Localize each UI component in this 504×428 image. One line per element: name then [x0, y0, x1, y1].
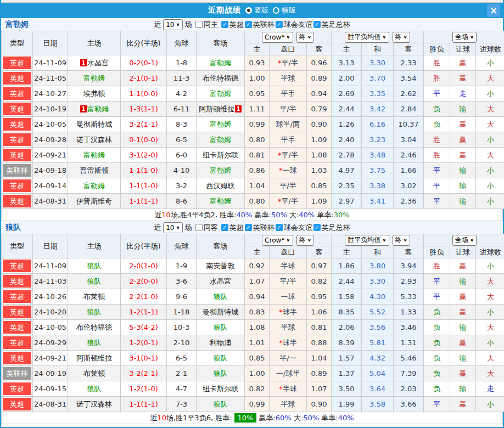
competition-badge: 英联杯 — [3, 164, 31, 177]
summary-segment: 赢率: — [259, 413, 275, 423]
away-odds-cell: 0.95 — [307, 289, 332, 305]
wdl-result-cell: 负 — [424, 351, 450, 366]
handicap-result-cell: 输 — [450, 163, 476, 178]
corner-cell: 4-10 — [167, 163, 197, 178]
away-odds-cell: 1.03 — [307, 163, 332, 178]
competition-checkbox[interactable]: ✓英联杯 — [245, 20, 275, 30]
avg-period-select[interactable]: 终 ∨ — [393, 32, 410, 43]
date-cell: 24-09-18 — [33, 163, 68, 178]
col-handicap: 盘口 — [270, 43, 307, 55]
competition-checkbox[interactable]: ✓球会友谊 — [276, 223, 312, 233]
away-odds-cell: 1.04 — [307, 351, 332, 366]
handicap-cell: 平/半 — [270, 178, 307, 194]
avg-period-select[interactable]: 终 ∨ — [393, 235, 410, 246]
score-cell: 0-1(0-0) — [121, 132, 167, 148]
home-team-cell: 诺丁汉森林 — [68, 397, 121, 412]
match-scope-select[interactable]: 全场 ∨ — [452, 32, 477, 43]
competition-checkbox[interactable]: ✓球会友谊 — [276, 20, 312, 30]
match-row: 英超24-10-26布莱顿2-2(1-0)9-6狼队0.94一球0.951.58… — [2, 289, 504, 305]
score-cell: 3-2(2-1) — [121, 366, 167, 381]
handicap-cell: 半球 — [270, 258, 307, 274]
col-avg-away: 客 — [394, 43, 424, 55]
horizontal-layout-label: 横版 — [282, 5, 296, 15]
odds-provider-select[interactable]: Crow* ∨ — [262, 235, 293, 246]
corner-cell: 10-3 — [167, 320, 197, 335]
away-team-cell: 狼队 — [197, 397, 245, 412]
handicap-cell: 半球 — [270, 320, 307, 335]
competition-cell: 英超 — [2, 320, 33, 335]
competition-cell: 英超 — [2, 397, 33, 412]
handicap-result-cell: 走 — [450, 86, 476, 102]
avg-type-select[interactable]: 胜平负均值 ∨ — [345, 235, 389, 246]
summary-segment: 单率: — [315, 210, 334, 220]
away-team-name: 纽卡斯尔联 — [203, 151, 238, 159]
scope-group-header: 全场 ∨ — [424, 31, 504, 43]
away-team-name: 富勒姆 — [210, 120, 231, 128]
col-result-handicap: 让球 — [450, 246, 476, 258]
date-cell: 24-10-19 — [33, 102, 68, 117]
away-odds-cell: 1.09 — [307, 132, 332, 148]
handicap-cell: 一/球半 — [270, 366, 307, 381]
odds-provider-select[interactable]: Crow* ∨ — [262, 32, 293, 43]
corner-cell: 8-6 — [167, 194, 197, 209]
col-corner: 角球 — [167, 234, 197, 258]
goals-result-cell: 小 — [476, 178, 504, 194]
home-team-name: 狼队 — [87, 339, 102, 347]
avg-draw-cell: 3.23 — [362, 132, 394, 148]
goals-result-cell: 大 — [476, 289, 504, 305]
competition-checkbox[interactable]: ✓英联杯 — [245, 223, 275, 233]
away-odds-cell: 0.79 — [307, 102, 332, 117]
competition-checkbox[interactable]: ✓英足总杯 — [313, 20, 350, 30]
close-button[interactable]: × — [487, 4, 500, 17]
competition-checkbox[interactable]: ✓英超 — [221, 223, 244, 233]
games-count-select[interactable]: 10 ∨ — [163, 19, 183, 30]
close-icon: × — [490, 6, 497, 15]
competition-badge: 英超 — [3, 195, 31, 207]
odds-period-select[interactable]: 终 ∨ — [296, 235, 314, 246]
away-team-cell: 布伦特福德 — [197, 71, 245, 86]
wdl-result-cell: 胜 — [424, 132, 450, 148]
home-odds-cell: 0.94 — [245, 289, 270, 305]
competition-badge: 英超 — [3, 260, 31, 272]
avg-away-cell: 3.02 — [394, 178, 424, 194]
date-cell: 24-09-28 — [33, 132, 68, 148]
same-venue-label: 同主 — [204, 20, 218, 30]
same-venue-checkbox[interactable]: 同客 — [195, 223, 218, 233]
competition-label: 英超 — [229, 223, 244, 233]
col-result-goals: 进球数 — [476, 246, 504, 258]
match-scope-value: 全场 — [455, 235, 468, 245]
avg-home-cell: 3.13 — [332, 55, 362, 71]
wdl-result-cell: 负 — [424, 305, 450, 320]
away-team-name: 富勒姆 — [210, 59, 231, 67]
titlebar: 近期战绩 竖版 横版 × — [1, 3, 503, 18]
goals-result-cell: 大 — [476, 117, 504, 132]
same-venue-checkbox[interactable]: 同主 — [195, 20, 218, 30]
odds-period-select[interactable]: 终 ∨ — [296, 32, 314, 43]
avg-type-select[interactable]: 胜平负均值 ∨ — [345, 32, 389, 43]
competition-checkbox[interactable]: ✓英超 — [221, 20, 244, 30]
home-team-cell: 1富勒姆 — [68, 102, 121, 117]
avg-home-cell: 1.99 — [332, 397, 362, 412]
away-team-cell: 富勒姆 — [197, 163, 245, 178]
layout-radio-horizontal[interactable]: 横版 — [273, 5, 296, 15]
games-count-select[interactable]: 10 ∨ — [163, 222, 183, 233]
away-team-name: 富勒姆 — [210, 136, 231, 144]
away-odds-cell: 0.89 — [307, 366, 332, 381]
competition-cell: 英联杯 — [2, 163, 33, 178]
competition-cell: 英超 — [2, 178, 33, 194]
avg-away-cell: 7.39 — [394, 366, 424, 381]
checkbox-checked-icon: ✓ — [221, 21, 228, 28]
handicap-cell: *球半 — [270, 335, 307, 351]
summary-segment: 近 — [154, 210, 161, 220]
away-odds-cell: 0.96 — [307, 55, 332, 71]
near-label: 近 — [154, 223, 161, 233]
match-scope-select[interactable]: 全场 ∨ — [452, 235, 477, 246]
checkbox-checked-icon: ✓ — [313, 224, 321, 231]
away-team-cell: 纽卡斯尔联 — [197, 148, 245, 163]
date-cell: 24-09-19 — [33, 366, 68, 381]
sections: 富勒姆 近 10 ∨ 场 同主 ✓英超✓英联杯✓球会友谊✓英足总杯 — [1, 18, 503, 424]
goals-result-cell: 小 — [476, 86, 504, 102]
competition-checkbox[interactable]: ✓英足总杯 — [313, 223, 350, 233]
checkbox-unchecked-icon — [195, 224, 203, 231]
layout-radio-vertical[interactable]: 竖版 — [245, 5, 268, 15]
